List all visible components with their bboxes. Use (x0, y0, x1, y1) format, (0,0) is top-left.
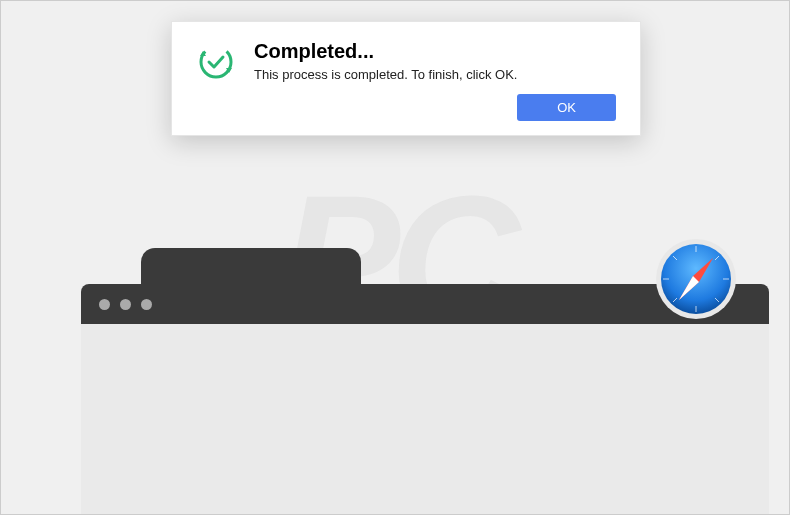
minimize-window-icon[interactable] (120, 299, 131, 310)
browser-window (81, 284, 769, 514)
safari-compass-icon (653, 236, 739, 322)
dialog-title: Completed... (254, 40, 616, 63)
dialog-message: This process is completed. To finish, cl… (254, 67, 616, 82)
completed-dialog: Completed... This process is completed. … (171, 21, 641, 136)
browser-tab[interactable] (141, 248, 361, 288)
ok-button[interactable]: OK (517, 94, 616, 121)
maximize-window-icon[interactable] (141, 299, 152, 310)
browser-titlebar (81, 284, 769, 324)
checkmark-refresh-icon (196, 42, 236, 82)
close-window-icon[interactable] (99, 299, 110, 310)
browser-content-area (81, 324, 769, 514)
svg-point-0 (196, 42, 236, 82)
